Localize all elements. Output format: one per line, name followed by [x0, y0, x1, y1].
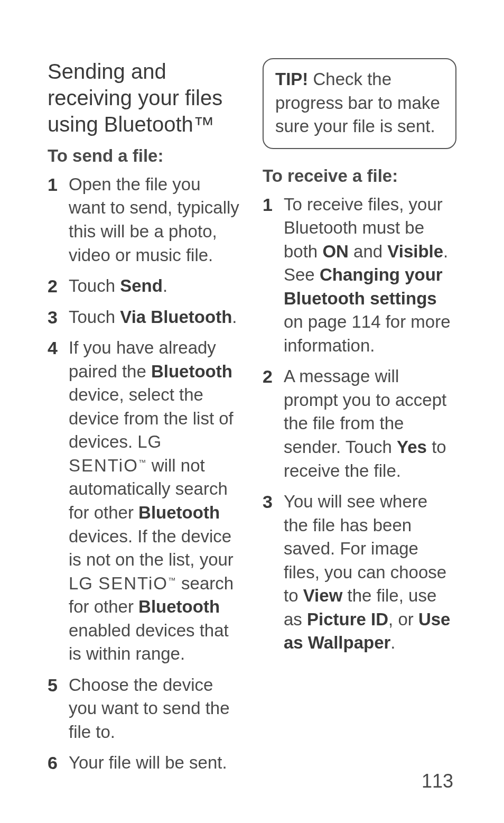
- step-text-s2: and: [349, 242, 387, 261]
- step-text-suffix: .: [232, 307, 237, 327]
- step-text-suffix: .: [163, 276, 167, 295]
- send-step-2: Touch Send.: [48, 274, 241, 298]
- tip-label: TIP!: [275, 69, 308, 89]
- right-column: TIP! Check the progress bar to make sure…: [263, 58, 456, 782]
- manual-page: Sending and receiving your files using B…: [0, 0, 504, 823]
- step-text-b2: Bluetooth: [138, 503, 220, 522]
- send-step-1: Open the file you want to send, typicall…: [48, 173, 241, 267]
- receive-steps-list: To receive files, your Bluetooth must be…: [263, 193, 456, 655]
- left-column: Sending and receiving your files using B…: [48, 58, 241, 782]
- receive-step-2: A message will prompt you to accept the …: [263, 365, 456, 483]
- step-text-bold: Via Bluetooth: [120, 307, 232, 327]
- send-step-5: Choose the device you want to send the f…: [48, 673, 241, 744]
- send-step-3: Touch Via Bluetooth.: [48, 306, 241, 329]
- step-text-s4: .: [390, 633, 395, 652]
- step-text-s6: enabled devices that is within range.: [69, 621, 229, 664]
- step-text: Open the file you want to send, typicall…: [69, 174, 239, 265]
- step-text-bold: Send: [120, 276, 163, 295]
- step-text-s4: on page 114 for more information.: [284, 312, 451, 355]
- two-column-layout: Sending and receiving your files using B…: [48, 58, 456, 782]
- send-file-heading: To send a file:: [48, 145, 241, 168]
- page-number: 113: [422, 770, 453, 792]
- send-step-4: If you have already paired the Bluetooth…: [48, 336, 241, 666]
- step-text-b1: Yes: [397, 437, 427, 457]
- step-text-s3: , or: [388, 609, 418, 629]
- step-text-s4: devices. If the device is not on the lis…: [69, 526, 234, 570]
- tip-callout-box: TIP! Check the progress bar to make sure…: [263, 58, 456, 149]
- trademark-symbol: ™: [168, 576, 176, 585]
- step-text-b2: Visible: [387, 242, 443, 261]
- trademark-symbol: ™: [138, 458, 147, 467]
- step-text: Choose the device you want to send the f…: [69, 675, 230, 742]
- step-text: Your file will be sent.: [69, 753, 227, 772]
- receive-file-heading: To receive a file:: [263, 165, 456, 188]
- step-text-b3: Bluetooth: [138, 597, 220, 616]
- section-title: Sending and receiving your files using B…: [48, 58, 241, 137]
- step-text-b1: ON: [322, 242, 349, 261]
- step-text-prefix: Touch: [69, 276, 120, 295]
- brand-logo-text: LG SENTiO™: [69, 574, 176, 593]
- receive-step-1: To receive files, your Bluetooth must be…: [263, 193, 456, 358]
- send-step-6: Your file will be sent.: [48, 751, 241, 775]
- receive-step-3: You will see where the file has been sav…: [263, 490, 456, 655]
- step-text-prefix: Touch: [69, 307, 120, 327]
- step-text-b2: Picture ID: [307, 609, 388, 629]
- send-steps-list: Open the file you want to send, typicall…: [48, 173, 241, 775]
- step-text-b1: View: [303, 586, 343, 605]
- step-text-b1: Bluetooth: [151, 362, 232, 381]
